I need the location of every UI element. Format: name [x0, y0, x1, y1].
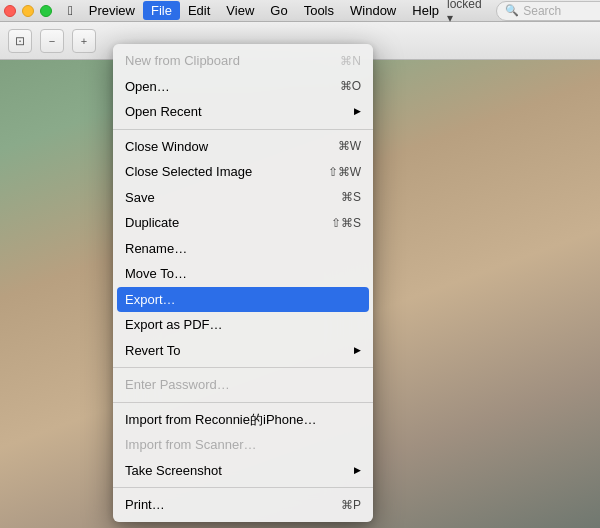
menu-item-label: Open… — [125, 77, 170, 97]
search-icon: 🔍 — [505, 4, 519, 17]
minimize-button[interactable] — [22, 5, 34, 17]
menu-help[interactable]: Help — [404, 1, 447, 20]
menu-item-label: Open Recent — [125, 102, 202, 122]
menu-item-label: Enter Password… — [125, 375, 230, 395]
separator-3 — [113, 402, 373, 403]
shortcut: ⇧⌘W — [328, 163, 361, 181]
menu-item-label: Export as PDF… — [125, 315, 223, 335]
menu-item-label: Import from Scanner… — [125, 435, 257, 455]
menu-edit[interactable]: Edit — [180, 1, 218, 20]
zoom-in-icon: + — [81, 35, 87, 47]
zoom-in-button[interactable]: + — [72, 29, 96, 53]
menu-item-label: Close Selected Image — [125, 162, 252, 182]
menu-item-save[interactable]: Save ⌘S — [113, 185, 373, 211]
separator-4 — [113, 487, 373, 488]
menu-item-label: Take Screenshot — [125, 461, 222, 481]
zoom-out-icon: − — [49, 35, 55, 47]
menu-item-duplicate[interactable]: Duplicate ⇧⌘S — [113, 210, 373, 236]
menu-item-print[interactable]: Print… ⌘P — [113, 492, 373, 518]
separator-1 — [113, 129, 373, 130]
search-placeholder: Search — [523, 4, 561, 18]
menu-apple[interactable]:  — [60, 1, 81, 20]
search-box[interactable]: 🔍 Search — [496, 1, 600, 21]
menu-item-label: Save — [125, 188, 155, 208]
menu-item-import-scanner[interactable]: Import from Scanner… — [113, 432, 373, 458]
menu-view[interactable]: View — [218, 1, 262, 20]
menu-item-import-iphone[interactable]: Import from Reconnie的iPhone… — [113, 407, 373, 433]
menu-item-enter-password[interactable]: Enter Password… — [113, 372, 373, 398]
menu-item-label: Import from Reconnie的iPhone… — [125, 410, 316, 430]
shortcut: ⌘S — [341, 188, 361, 206]
menu-bar-left:  Preview File Edit View Go Tools Window… — [4, 1, 447, 20]
menu-file[interactable]: File — [143, 1, 180, 20]
menu-item-export-pdf[interactable]: Export as PDF… — [113, 312, 373, 338]
menu-preview[interactable]: Preview — [81, 1, 143, 20]
menu-item-close-window[interactable]: Close Window ⌘W — [113, 134, 373, 160]
menu-item-label: New from Clipboard — [125, 51, 240, 71]
shortcut: ⌘W — [338, 137, 361, 155]
zoom-out-button[interactable]: − — [40, 29, 64, 53]
menu-item-label: Duplicate — [125, 213, 179, 233]
shortcut: ⌘P — [341, 496, 361, 514]
menu-item-label: Revert To — [125, 341, 180, 361]
menu-item-screenshot[interactable]: Take Screenshot — [113, 458, 373, 484]
menu-bar-right: locked ▾ 🔍 Search — [447, 0, 600, 25]
menu-item-label: Close Window — [125, 137, 208, 157]
menu-tools[interactable]: Tools — [296, 1, 342, 20]
sidebar-icon: ⊡ — [15, 34, 25, 48]
menu-item-label: Print… — [125, 495, 165, 515]
menu-bar:  Preview File Edit View Go Tools Window… — [0, 0, 600, 22]
sidebar-toggle-button[interactable]: ⊡ — [8, 29, 32, 53]
maximize-button[interactable] — [40, 5, 52, 17]
menu-item-label: Rename… — [125, 239, 187, 259]
menu-item-revert-to[interactable]: Revert To — [113, 338, 373, 364]
traffic-lights — [4, 5, 52, 17]
menu-item-export[interactable]: Export… — [117, 287, 369, 313]
separator-2 — [113, 367, 373, 368]
menu-item-close-selected[interactable]: Close Selected Image ⇧⌘W — [113, 159, 373, 185]
menu-item-move-to[interactable]: Move To… — [113, 261, 373, 287]
file-menu: New from Clipboard ⌘N Open… ⌘O Open Rece… — [113, 44, 373, 522]
locked-indicator: locked ▾ — [447, 0, 488, 25]
shortcut: ⌘N — [340, 52, 361, 70]
menu-item-new-from-clipboard[interactable]: New from Clipboard ⌘N — [113, 48, 373, 74]
menu-item-rename[interactable]: Rename… — [113, 236, 373, 262]
menu-go[interactable]: Go — [262, 1, 295, 20]
menu-window[interactable]: Window — [342, 1, 404, 20]
shortcut: ⇧⌘S — [331, 214, 361, 232]
menu-item-open-recent[interactable]: Open Recent — [113, 99, 373, 125]
menu-item-label: Move To… — [125, 264, 187, 284]
menu-item-label: Export… — [125, 290, 176, 310]
close-button[interactable] — [4, 5, 16, 17]
menu-item-open[interactable]: Open… ⌘O — [113, 74, 373, 100]
shortcut: ⌘O — [340, 77, 361, 95]
